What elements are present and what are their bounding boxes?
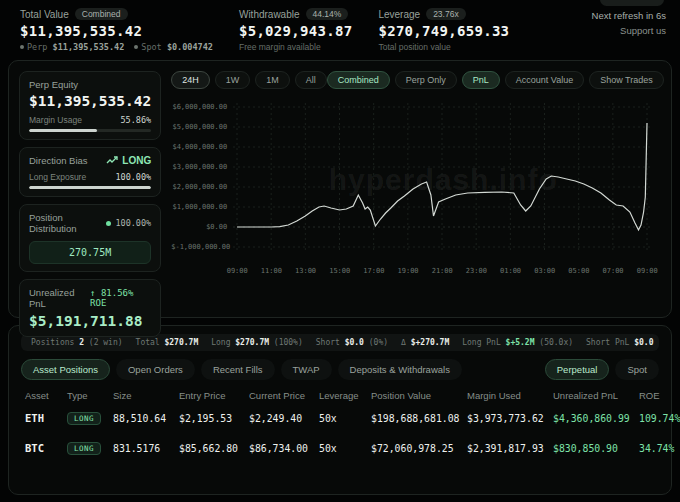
combined-badge[interactable]: Combined [75, 8, 128, 20]
header-size: Size [113, 390, 177, 401]
trend-up-icon [106, 156, 118, 165]
table-row-eth[interactable]: ETH LONG 88,510.64 $2,195.53 $2,249.40 5… [21, 403, 659, 433]
mode-button-combined[interactable]: Combined [327, 71, 390, 89]
cell-roe: 34.74% [639, 443, 680, 454]
spot-subvalue: Spot $0.004742 [134, 42, 213, 52]
x-axis-label: 07:00 [598, 267, 628, 275]
topbar-partial-button[interactable] [600, 0, 664, 6]
summary-short-pnl: Short PnL $0.0 (0.0x) [586, 338, 659, 347]
x-axis-label: 01:00 [496, 267, 526, 275]
refresh-countdown: Next refresh in 6s [592, 10, 666, 21]
cell-margin-used: $2,391,817.93 [467, 443, 551, 454]
range-button-all[interactable]: All [295, 71, 327, 89]
unrealized-pnl-card: Unrealized PnL ↑ 81.56% ROE $5,191,711.8… [19, 279, 161, 337]
withdrawable-label: Withdrawable [239, 9, 300, 20]
perp-subvalue: Perp $11,395,535.42 [20, 42, 124, 52]
tab-open-orders[interactable]: Open Orders [116, 359, 195, 380]
withdrawable-sub: Free margin available [239, 42, 352, 52]
cell-entry-price: $2,195.53 [179, 413, 247, 424]
hyperdash-dashboard: Total Value Combined $11,395,535.42 Perp… [0, 0, 680, 502]
market-button-perpetual[interactable]: Perpetual [545, 359, 610, 380]
chart-toolbar: 24H 1W 1M All Combined Perp Only PnL Acc… [171, 71, 664, 89]
direction-bias-card: Direction Bias LONG Long Exposure 100.00… [19, 147, 161, 197]
support-us-link[interactable]: Support us [592, 25, 666, 36]
cell-size: 831.5176 [113, 443, 177, 454]
y-axis-label: $3,000,000.00 [171, 163, 227, 171]
positions-table: Asset Type Size Entry Price Current Pric… [21, 390, 659, 463]
position-distribution-label: Position Distribution [29, 212, 106, 234]
tab-twap[interactable]: TWAP [281, 359, 332, 380]
y-axis-label: $0.00 [171, 223, 227, 231]
perp-dot-icon [20, 45, 24, 49]
x-axis-label: 13:00 [291, 267, 321, 275]
cell-unrealized-pnl: $4,360,860.99 [553, 413, 637, 424]
y-axis-label: $1,000,000.00 [171, 203, 227, 211]
header-unrealized-pnl: Unrealized PnL [553, 390, 637, 401]
market-button-spot[interactable]: Spot [615, 359, 659, 380]
stats-sidebar: Perp Equity $11,395,535.42 Margin Usage … [19, 71, 161, 307]
y-axis-label: $5,000,000.00 [171, 123, 227, 131]
pnl-line-chart[interactable]: hyperdash.info $6,000,000.00$5,000,000.0… [171, 93, 664, 307]
range-button-1m[interactable]: 1M [255, 71, 290, 89]
tab-recent-fills[interactable]: Recent Fills [201, 359, 275, 380]
cell-position-value: $198,688,681.08 [371, 413, 465, 424]
range-button-1w[interactable]: 1W [215, 71, 251, 89]
show-trades-button[interactable]: Show Trades [589, 71, 664, 89]
leverage-label: Leverage [378, 9, 420, 20]
long-exposure-value: 100.00% [115, 172, 151, 182]
topbar: Total Value Combined $11,395,535.42 Perp… [0, 0, 680, 56]
chart-plot[interactable] [233, 99, 653, 259]
x-axis-label: 15:00 [325, 267, 355, 275]
total-value: $11,395,535.42 [20, 23, 213, 39]
long-badge: LONG [67, 412, 101, 425]
long-badge: LONG [67, 442, 101, 455]
cell-unrealized-pnl: $830,850.90 [553, 443, 637, 454]
mode-button-perp-only[interactable]: Perp Only [395, 71, 457, 89]
header-entry-price: Entry Price [179, 390, 247, 401]
leverage-sub: Total position value [378, 42, 509, 52]
x-axis-label: 23:00 [461, 267, 491, 275]
distribution-pct: 100.00% [115, 218, 151, 228]
total-value-label: Total Value [20, 9, 69, 20]
cell-current-price: $2,249.40 [249, 413, 317, 424]
header-position-value: Position Value [371, 390, 465, 401]
arrow-up-icon: ↑ [90, 288, 95, 298]
tab-deposits-withdrawals[interactable]: Deposits & Withdrawals [338, 359, 462, 380]
leverage-value: $270,749,659.33 [378, 23, 509, 39]
mode-button-pnl[interactable]: PnL [462, 71, 500, 89]
direction-bias-label: Direction Bias [29, 155, 88, 166]
summary-positions: Positions 2 (2 win) [31, 338, 123, 347]
position-distribution-card: Position Distribution 100.00% 270.75M [19, 204, 161, 272]
cell-leverage: 50x [319, 413, 369, 424]
range-button-24h[interactable]: 24H [171, 71, 210, 89]
y-axis-label: $4,000,000.00 [171, 143, 227, 151]
topbar-right: Next refresh in 6s Support us [592, 8, 666, 52]
margin-usage-bar [29, 129, 151, 132]
mode-button-account-value[interactable]: Account Value [505, 71, 584, 89]
distribution-amount-box[interactable]: 270.75M [29, 241, 151, 264]
spot-dot-icon [134, 45, 138, 49]
perp-equity-value: $11,395,535.42 [29, 93, 151, 109]
long-exposure-label: Long Exposure [29, 172, 86, 182]
total-value-stat: Total Value Combined $11,395,535.42 Perp… [20, 8, 213, 52]
summary-long-pnl: Long PnL $+5.2M (50.0x) [462, 338, 573, 347]
positions-panel: Positions 2 (2 win) Total $270.7M Long $… [8, 325, 672, 495]
summary-delta: Δ $+270.7M [401, 338, 449, 347]
direction-bias-value: LONG [122, 155, 151, 166]
summary-short: Short $0.0 (0%) [316, 338, 388, 347]
unrealized-pnl-value: $5,191,711.88 [29, 313, 151, 329]
y-axis-label: $-1,000,000.00 [171, 243, 227, 251]
withdrawable-stat: Withdrawable 44.14% $5,029,943.87 Free m… [239, 8, 352, 52]
header-current-price: Current Price [249, 390, 317, 401]
roe-value: 81.56% ROE [90, 288, 133, 308]
table-row-btc[interactable]: BTC LONG 831.5176 $85,662.80 $86,734.00 … [21, 433, 659, 463]
summary-total: Total $270.7M [136, 338, 199, 347]
withdrawable-pct-badge: 44.14% [306, 8, 349, 20]
header-margin-used: Margin Used [467, 390, 551, 401]
withdrawable-value: $5,029,943.87 [239, 23, 352, 39]
summary-long: Long $270.7M (100%) [211, 338, 303, 347]
leverage-stat: Leverage 23.76x $270,749,659.33 Total po… [378, 8, 509, 52]
tab-asset-positions[interactable]: Asset Positions [21, 359, 110, 380]
cell-asset: ETH [25, 412, 65, 424]
x-axis-label: 21:00 [427, 267, 457, 275]
